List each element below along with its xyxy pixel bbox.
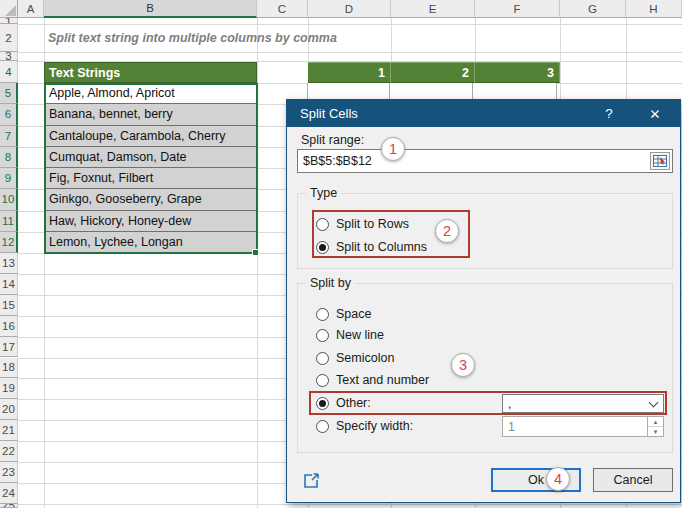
popout-icon[interactable] bbox=[303, 472, 321, 490]
gridline bbox=[18, 504, 682, 505]
table-row[interactable]: Banana, bennet, berry bbox=[44, 104, 257, 125]
cancel-button[interactable]: Cancel bbox=[593, 468, 673, 492]
table-row[interactable]: Lemon, Lychee, Longan bbox=[44, 232, 257, 253]
gridline bbox=[18, 24, 682, 25]
row-header-11[interactable]: 11 bbox=[0, 211, 18, 232]
range-picker-icon[interactable] bbox=[650, 152, 670, 170]
radio-icon bbox=[316, 420, 329, 433]
row-header-20[interactable]: 20 bbox=[0, 399, 18, 420]
row-header-4[interactable]: 4 bbox=[0, 61, 18, 83]
radio-selected-icon bbox=[316, 241, 329, 254]
radio-new-line[interactable]: New line bbox=[316, 324, 384, 346]
split-range-label: Split range: bbox=[301, 133, 364, 147]
radio-specify-width[interactable]: Specify width: bbox=[316, 415, 413, 437]
split-by-group-label: Split by bbox=[306, 276, 355, 290]
excel-window: ABCDEFGH12345678910111213141516171819202… bbox=[0, 0, 682, 508]
split-cells-dialog: Split Cells ? ✕ Split range: $B$5:$B$12 … bbox=[286, 99, 681, 503]
specify-width-input[interactable]: 1 ▲ ▼ bbox=[502, 416, 664, 437]
gridline bbox=[257, 18, 258, 508]
table-row[interactable]: Fig, Foxnut, Filbert bbox=[44, 168, 257, 189]
row-header-8[interactable]: 8 bbox=[0, 147, 18, 168]
result-header-cell[interactable]: 1 bbox=[308, 62, 391, 83]
radio-icon bbox=[316, 308, 329, 321]
table-header-cell[interactable]: Text Strings bbox=[44, 62, 257, 83]
table-row[interactable]: Cumquat, Damson, Date bbox=[44, 147, 257, 168]
spinner-buttons[interactable]: ▲ ▼ bbox=[647, 417, 663, 436]
row-header-14[interactable]: 14 bbox=[0, 274, 18, 295]
combobox-value: , bbox=[503, 396, 511, 412]
dialog-titlebar[interactable]: Split Cells ? ✕ bbox=[287, 100, 680, 127]
sheet-subtitle-text: Split text string into multiple columns … bbox=[48, 31, 337, 45]
column-header-F[interactable]: F bbox=[475, 0, 560, 18]
radio-semicolon[interactable]: Semicolon bbox=[316, 347, 394, 369]
close-icon[interactable]: ✕ bbox=[643, 106, 667, 122]
table-row[interactable]: Cantaloupe, Carambola, Cherry bbox=[44, 126, 257, 147]
row-header-2[interactable]: 2 bbox=[0, 24, 18, 52]
select-all-corner[interactable] bbox=[0, 0, 18, 18]
radio-icon bbox=[316, 329, 329, 342]
radio-label: Specify width: bbox=[336, 419, 413, 433]
radio-split-to-columns[interactable]: Split to Columns bbox=[316, 236, 427, 258]
annotation-step-4: 4 bbox=[546, 467, 570, 491]
row-header-23[interactable]: 23 bbox=[0, 462, 18, 483]
row-header-16[interactable]: 16 bbox=[0, 316, 18, 337]
row-header-15[interactable]: 15 bbox=[0, 295, 18, 316]
radio-icon bbox=[316, 218, 329, 231]
radio-icon bbox=[316, 352, 329, 365]
radio-label: Text and number bbox=[336, 373, 429, 387]
dialog-title: Split Cells bbox=[287, 106, 358, 121]
result-header-cell[interactable]: 2 bbox=[391, 62, 475, 83]
table-row[interactable]: Ginkgo, Gooseberry, Grape bbox=[44, 189, 257, 210]
annotation-step-2: 2 bbox=[435, 219, 459, 243]
fill-handle[interactable] bbox=[252, 249, 259, 256]
row-header-12[interactable]: 12 bbox=[0, 232, 18, 253]
row-header-10[interactable]: 10 bbox=[0, 189, 18, 210]
row-header-21[interactable]: 21 bbox=[0, 420, 18, 441]
result-header-row: 123 bbox=[308, 62, 560, 83]
row-header-3[interactable]: 3 bbox=[0, 52, 18, 61]
annotation-step-1: 1 bbox=[381, 137, 405, 161]
annotation-step-3: 3 bbox=[451, 353, 475, 377]
radio-text-and-number[interactable]: Text and number bbox=[316, 369, 429, 391]
gridline bbox=[18, 52, 682, 53]
table-row[interactable]: Haw, Hickory, Honey-dew bbox=[44, 211, 257, 232]
help-icon[interactable]: ? bbox=[599, 106, 619, 121]
row-header-6[interactable]: 6 bbox=[0, 104, 18, 125]
radio-label: Other: bbox=[336, 396, 371, 410]
row-header-22[interactable]: 22 bbox=[0, 441, 18, 462]
spinner-value: 1 bbox=[503, 420, 515, 434]
column-header-A[interactable]: A bbox=[18, 0, 44, 18]
radio-label: New line bbox=[336, 328, 384, 342]
row-header-13[interactable]: 13 bbox=[0, 253, 18, 274]
row-header-18[interactable]: 18 bbox=[0, 358, 18, 379]
column-header-B[interactable]: B bbox=[44, 0, 257, 18]
chevron-down-icon bbox=[649, 398, 659, 408]
spin-up-icon[interactable]: ▲ bbox=[648, 417, 663, 427]
row-header-25[interactable]: 25 bbox=[0, 504, 18, 508]
row-header-7[interactable]: 7 bbox=[0, 126, 18, 147]
row-header-17[interactable]: 17 bbox=[0, 337, 18, 358]
column-header-H[interactable]: H bbox=[626, 0, 682, 18]
row-header-5[interactable]: 5 bbox=[0, 83, 18, 104]
other-delimiter-combobox[interactable]: , bbox=[502, 394, 664, 413]
row-header-24[interactable]: 24 bbox=[0, 483, 18, 504]
column-header-E[interactable]: E bbox=[391, 0, 475, 18]
radio-split-to-rows[interactable]: Split to Rows bbox=[316, 213, 409, 235]
radio-label: Space bbox=[336, 307, 371, 321]
radio-other[interactable]: Other: bbox=[316, 392, 371, 414]
row-header-9[interactable]: 9 bbox=[0, 168, 18, 189]
result-header-cell[interactable]: 3 bbox=[475, 62, 560, 83]
radio-label: Split to Rows bbox=[336, 217, 409, 231]
spin-down-icon[interactable]: ▼ bbox=[648, 427, 663, 436]
table-row[interactable]: Apple, Almond, Apricot bbox=[44, 83, 257, 104]
radio-space[interactable]: Space bbox=[316, 303, 371, 325]
row-header-19[interactable]: 19 bbox=[0, 378, 18, 399]
column-header-G[interactable]: G bbox=[560, 0, 626, 18]
split-range-value: $B$5:$B$12 bbox=[298, 154, 372, 168]
column-header-C[interactable]: C bbox=[257, 0, 308, 18]
split-range-input[interactable]: $B$5:$B$12 bbox=[297, 149, 673, 173]
column-header-D[interactable]: D bbox=[308, 0, 391, 18]
type-group-label: Type bbox=[306, 186, 341, 200]
radio-selected-icon bbox=[316, 397, 329, 410]
radio-label: Split to Columns bbox=[336, 240, 427, 254]
